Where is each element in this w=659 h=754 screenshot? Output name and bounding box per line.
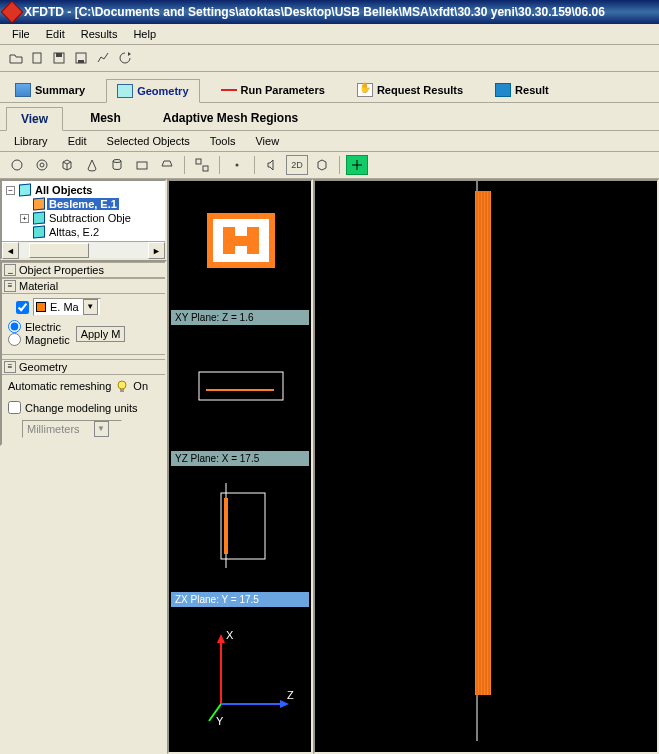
submenu-library[interactable]: Library: [6, 133, 56, 149]
2d-view-icon[interactable]: 2D: [286, 155, 308, 175]
refresh-icon[interactable]: [116, 49, 136, 67]
svg-rect-10: [196, 159, 201, 164]
dropdown-icon[interactable]: ▼: [83, 299, 98, 315]
toolbar-separator: [339, 156, 340, 174]
subtab-mesh[interactable]: Mesh: [75, 106, 136, 130]
tree-hscrollbar[interactable]: ◄ ►: [2, 241, 165, 258]
properties-panel: ⎯ Object Properties ≡ Material E. Ma ▼: [0, 260, 167, 446]
svg-rect-19: [233, 236, 249, 246]
svg-rect-11: [203, 166, 208, 171]
subtab-adaptive[interactable]: Adaptive Mesh Regions: [148, 106, 313, 130]
menu-edit[interactable]: Edit: [38, 26, 73, 42]
fit-view-icon[interactable]: [346, 155, 368, 175]
scroll-left-icon[interactable]: ◄: [2, 242, 19, 259]
dropdown-icon[interactable]: ▼: [94, 421, 109, 437]
tab-run-parameters[interactable]: Run Parameters: [210, 78, 336, 102]
submenu-view[interactable]: View: [247, 133, 287, 149]
subtab-view[interactable]: View: [6, 107, 63, 131]
change-units-checkbox[interactable]: [8, 401, 21, 414]
submenu-selected[interactable]: Selected Objects: [99, 133, 198, 149]
radio-electric[interactable]: [8, 320, 21, 333]
expand-icon[interactable]: +: [20, 214, 29, 223]
apply-material-button[interactable]: Apply M: [76, 326, 126, 342]
tree-item-alttas[interactable]: Alttas, E.2: [4, 225, 163, 239]
menu-help[interactable]: Help: [125, 26, 164, 42]
thumb-xy-label: XY Plane: Z = 1.6: [171, 310, 309, 325]
svg-rect-24: [224, 498, 228, 554]
assembly-icon[interactable]: [191, 155, 213, 175]
scroll-track[interactable]: [19, 242, 148, 258]
extrude-icon[interactable]: [156, 155, 178, 175]
run-icon: [221, 83, 237, 97]
submenu-tools[interactable]: Tools: [202, 133, 244, 149]
object-icon: [33, 225, 45, 238]
svg-rect-20: [199, 372, 283, 400]
point-icon[interactable]: [226, 155, 248, 175]
svg-point-5: [12, 160, 22, 170]
object-tree[interactable]: − All Objects Besleme, E.1 + Subtraction…: [2, 181, 165, 241]
plane-thumbnails: XY Plane: Z = 1.6 YZ Plane: X = 17.5 ZX …: [167, 179, 313, 754]
geometry-toolbar: 2D: [0, 152, 659, 179]
svg-point-8: [113, 160, 121, 163]
collapse-icon[interactable]: ≡: [4, 280, 16, 292]
bulb-icon[interactable]: [115, 379, 129, 393]
tab-run-label: Run Parameters: [241, 84, 325, 96]
tab-summary-label: Summary: [35, 84, 85, 96]
section-object-properties[interactable]: ⎯ Object Properties: [2, 262, 165, 278]
svg-marker-26: [217, 634, 225, 643]
open-icon[interactable]: [6, 49, 26, 67]
thumb-xy[interactable]: [171, 183, 309, 308]
units-value: Millimeters: [27, 423, 80, 435]
cube-icon[interactable]: [56, 155, 78, 175]
tab-summary[interactable]: Summary: [4, 78, 96, 102]
material-combo[interactable]: E. Ma ▼: [33, 298, 101, 316]
thumb-3d-axes[interactable]: X Y Z: [171, 609, 309, 750]
save-all-icon[interactable]: [72, 49, 92, 67]
tree-item-subtraction[interactable]: + Subtraction Obje: [4, 211, 163, 225]
cone-icon[interactable]: [81, 155, 103, 175]
tab-geometry[interactable]: Geometry: [106, 79, 199, 103]
box-icon[interactable]: [131, 155, 153, 175]
thumb-yz[interactable]: [171, 327, 309, 449]
thumb-zx[interactable]: [171, 468, 309, 590]
scroll-right-icon[interactable]: ►: [148, 242, 165, 259]
new-icon[interactable]: [28, 49, 48, 67]
assembly-icon: [33, 211, 45, 224]
ring-icon[interactable]: [31, 155, 53, 175]
app-icon: [1, 1, 24, 24]
section-geometry[interactable]: ≡ Geometry: [2, 359, 165, 375]
results-icon: [495, 83, 511, 97]
3d-view-icon[interactable]: [311, 155, 333, 175]
color-swatch-icon: [36, 302, 46, 312]
menu-results[interactable]: Results: [73, 26, 126, 42]
cylinder-icon[interactable]: [106, 155, 128, 175]
axis-y-label: Y: [216, 715, 224, 727]
collapse-icon[interactable]: ≡: [4, 361, 16, 373]
svg-rect-0: [33, 53, 41, 63]
section-material[interactable]: ≡ Material: [2, 278, 165, 294]
scroll-thumb[interactable]: [29, 243, 89, 258]
tree-root[interactable]: − All Objects: [4, 183, 163, 197]
tree-root-label: All Objects: [33, 184, 94, 196]
audio-icon[interactable]: [261, 155, 283, 175]
expand-icon[interactable]: ⎯: [4, 264, 16, 276]
material-checkbox[interactable]: [16, 301, 29, 314]
menu-file[interactable]: File: [4, 26, 38, 42]
save-icon[interactable]: [50, 49, 70, 67]
chart-icon[interactable]: [94, 49, 114, 67]
tab-request-results[interactable]: Request Results: [346, 78, 474, 102]
collapse-icon[interactable]: −: [6, 186, 15, 195]
radio-magnetic[interactable]: [8, 333, 21, 346]
svg-marker-29: [280, 700, 289, 708]
tab-results[interactable]: Result: [484, 78, 560, 102]
units-combo[interactable]: Millimeters ▼: [22, 420, 122, 438]
tree-item-besleme[interactable]: Besleme, E.1: [4, 197, 163, 211]
auto-remesh-label: Automatic remeshing: [8, 380, 111, 392]
tree-item-label: Subtraction Obje: [47, 212, 133, 224]
geometry-menu-bar: Library Edit Selected Objects Tools View: [0, 131, 659, 152]
sphere-icon[interactable]: [6, 155, 28, 175]
main-3d-view[interactable]: [313, 179, 659, 754]
tab-request-label: Request Results: [377, 84, 463, 96]
submenu-edit[interactable]: Edit: [60, 133, 95, 149]
section-label: Geometry: [19, 361, 67, 373]
